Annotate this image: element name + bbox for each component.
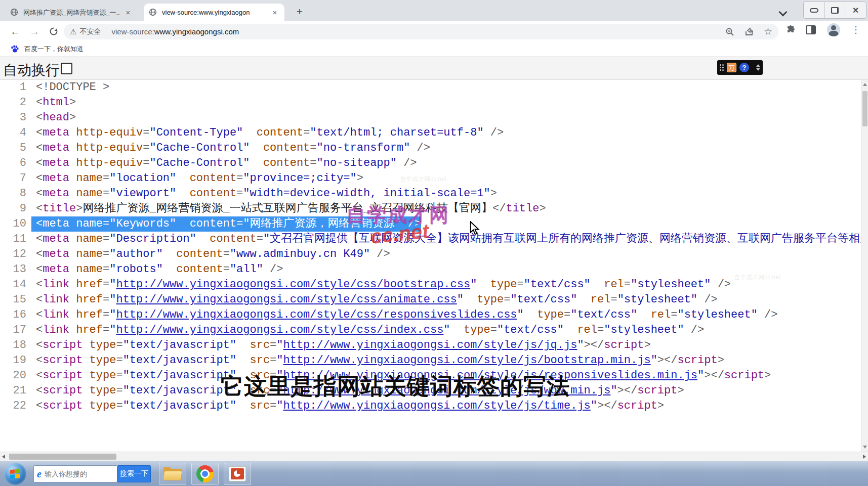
not-secure-warning-icon: ⚠	[70, 27, 76, 36]
line-number: 22	[0, 399, 31, 414]
powerpoint-icon	[229, 466, 246, 481]
line-number: 15	[0, 292, 31, 307]
line-number: 9	[0, 201, 31, 216]
close-icon: ×	[853, 5, 859, 15]
explorer-taskbar-button[interactable]	[159, 463, 186, 485]
horizontal-scroll-thumb[interactable]	[9, 454, 116, 460]
vertical-scroll-thumb[interactable]	[862, 91, 867, 126]
tab-title: view-source:www.yingxiaogon	[162, 9, 266, 16]
screen: 网络推广资源_网络营销资源_一... × view-source:www.yin…	[0, 0, 868, 486]
source-line-18: 18<script type="text/javascript" src="ht…	[0, 338, 861, 353]
line-content: <title>网络推广资源_网络营销资源_一站式互联网广告服务平台_文召召网络科…	[31, 201, 546, 216]
line-number: 18	[0, 338, 31, 353]
source-line-12: 12<meta name="author" content="www.admin…	[0, 247, 861, 262]
source-line-19: 19<script type="text/javascript" src="ht…	[0, 353, 861, 368]
scroll-right-icon[interactable]	[863, 455, 866, 459]
source-line-15: 15<link href="http://www.yingxiaogongsi.…	[0, 292, 861, 307]
scroll-down-icon[interactable]	[863, 446, 867, 449]
taskbar-search-box[interactable]: e	[33, 465, 117, 482]
start-button[interactable]	[4, 463, 26, 485]
toolbar-right: ⋮	[786, 23, 860, 36]
horizontal-scrollbar[interactable]	[0, 452, 868, 461]
source-line-13: 13<meta name="robots" content="all" />	[0, 262, 861, 277]
search-go-button[interactable]: 搜索一下	[117, 465, 151, 482]
bookmark-item-baidu[interactable]: 百度一下，你就知道	[24, 45, 84, 54]
share-icon[interactable]	[745, 27, 754, 36]
line-content: <link href="http://www.yingxiaogongsi.co…	[31, 307, 778, 323]
powerpoint-taskbar-button[interactable]	[224, 463, 251, 485]
wan-tool-icon[interactable]: 万	[727, 63, 736, 72]
close-button[interactable]: ×	[845, 2, 866, 18]
minimize-icon	[810, 8, 818, 13]
help-tool-icon[interactable]: ?	[739, 63, 749, 72]
line-number: 5	[0, 141, 31, 156]
back-button[interactable]: ←	[7, 23, 23, 39]
arrow-up-icon[interactable]	[756, 64, 760, 67]
tool-arrows[interactable]	[756, 64, 760, 71]
baidu-paw-icon	[10, 45, 19, 54]
line-content: <script type="text/javascript" src="http…	[31, 353, 724, 368]
globe-favicon	[10, 8, 19, 17]
line-number: 19	[0, 353, 31, 368]
address-bar[interactable]: ⚠ 不安全 view-source:www.yingxiaogongsi.com…	[64, 24, 778, 39]
extensions-puzzle-icon[interactable]	[786, 25, 795, 34]
faint-watermark: 自学成才网cc.net	[400, 175, 446, 184]
line-content: <meta name="robots" content="all" />	[31, 262, 283, 277]
menu-kebab-icon[interactable]: ⋮	[851, 24, 860, 35]
line-content: <!DOCTYPE >	[31, 80, 109, 95]
line-number: 6	[0, 156, 31, 171]
vertical-scrollbar[interactable]	[861, 80, 868, 452]
source-link[interactable]: http://www.yingxiaogongsi.com/style/css/…	[116, 324, 443, 336]
chrome-icon	[196, 465, 214, 482]
bookmark-star-icon[interactable]: ☆	[764, 27, 772, 36]
source-link[interactable]: http://www.yingxiaogongsi.com/style/css/…	[116, 278, 470, 291]
chip-divider	[106, 28, 106, 36]
line-number: 14	[0, 277, 31, 292]
taskbar: e 搜索一下 52 12:31 周二 2023/10/3	[0, 461, 868, 486]
arrow-down-icon[interactable]	[756, 68, 760, 71]
line-number: 11	[0, 232, 31, 247]
minimize-button[interactable]	[804, 2, 824, 18]
line-number: 1	[0, 80, 31, 95]
url-scheme: view-source:	[111, 27, 154, 36]
security-label: 不安全	[79, 27, 101, 36]
line-number: 16	[0, 307, 31, 323]
taskbar-search-input[interactable]	[45, 470, 100, 478]
video-subtitle: 它这里是指网站关键词标签的写法	[221, 371, 570, 402]
reload-button[interactable]	[46, 23, 62, 39]
word-wrap-checkbox[interactable]	[61, 63, 72, 74]
scroll-up-icon[interactable]	[863, 83, 867, 86]
source-line-5: 5<meta http-equiv="Cache-Control" conten…	[0, 141, 861, 156]
source-link[interactable]: http://www.yingxiaogongsi.com/style/css/…	[116, 308, 517, 321]
scroll-left-icon[interactable]	[2, 455, 5, 459]
profile-avatar[interactable]	[827, 23, 840, 36]
line-content: <link href="http://www.yingxiaogongsi.co…	[31, 323, 704, 338]
tab-close-icon[interactable]: ×	[270, 8, 279, 17]
browser-tab-2[interactable]: view-source:www.yingxiaogon ×	[144, 4, 284, 21]
source-line-3: 3<head>	[0, 110, 861, 125]
line-number: 7	[0, 171, 31, 186]
line-number: 13	[0, 262, 31, 277]
annotation-toolbar[interactable]: 万 ?	[717, 60, 763, 75]
line-content: <meta name="Description" content="文召召官网提…	[31, 232, 861, 247]
zoom-icon[interactable]	[725, 27, 734, 36]
source-line-16: 16<link href="http://www.yingxiaogongsi.…	[0, 307, 861, 323]
window-controls: ×	[803, 2, 866, 19]
source-link[interactable]: http://www.yingxiaogongsi.com/style/js/b…	[283, 354, 651, 367]
forward-button[interactable]: →	[26, 23, 43, 39]
line-number: 12	[0, 247, 31, 262]
browser-tab-1[interactable]: 网络推广资源_网络营销资源_一... ×	[5, 4, 138, 21]
source-line-4: 4<meta http-equiv="Content-Type" content…	[0, 125, 861, 141]
chrome-taskbar-button[interactable]	[191, 463, 219, 485]
tab-close-icon[interactable]: ×	[123, 8, 133, 17]
side-panel-icon[interactable]	[806, 25, 816, 34]
source-link[interactable]: http://www.yingxiaogongsi.com/style/css/…	[116, 293, 457, 306]
drag-handle-icon[interactable]	[720, 64, 724, 71]
source-line-11: 11<meta name="Description" content="文召召官…	[0, 232, 861, 247]
source-link[interactable]: http://www.yingxiaogongsi.com/style/js/j…	[283, 339, 577, 351]
new-tab-button[interactable]: +	[293, 5, 307, 19]
tab-title: 网络推广资源_网络营销资源_一...	[23, 8, 119, 17]
line-number: 20	[0, 368, 31, 383]
tab-search-chevron-icon[interactable]	[779, 8, 787, 15]
restore-button[interactable]	[824, 2, 845, 18]
